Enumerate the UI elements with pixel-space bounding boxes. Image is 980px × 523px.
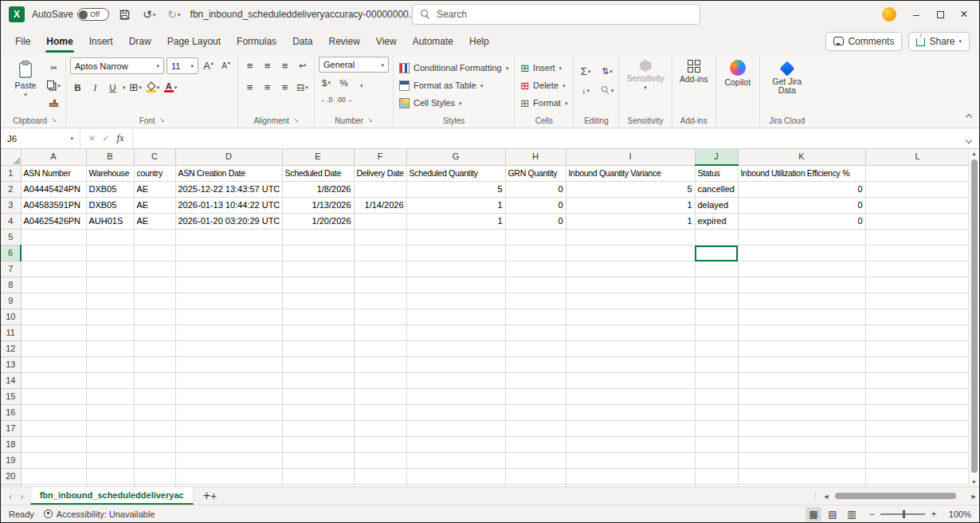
column-header-C[interactable]: C xyxy=(134,149,175,165)
align-center-button[interactable] xyxy=(260,80,275,96)
cell-E9[interactable] xyxy=(282,293,354,309)
cell-J18[interactable] xyxy=(695,437,738,453)
column-header-J[interactable]: J xyxy=(695,149,738,165)
cell-D9[interactable] xyxy=(175,293,282,309)
cell-D20[interactable] xyxy=(175,469,282,485)
cell-G2[interactable]: 5 xyxy=(406,182,505,198)
column-header-E[interactable]: E xyxy=(282,149,354,165)
zoom-in-button[interactable] xyxy=(931,509,936,519)
cell-K8[interactable] xyxy=(738,277,865,293)
cell-K12[interactable] xyxy=(738,341,865,357)
cell-A6[interactable] xyxy=(21,246,86,262)
cell-C21[interactable] xyxy=(134,485,175,487)
cell-G19[interactable] xyxy=(406,453,505,469)
cell-A8[interactable] xyxy=(21,277,86,293)
cell-L2[interactable] xyxy=(865,182,970,198)
get-jira-data-button[interactable]: Get Jira Data xyxy=(764,57,810,96)
cell-G5[interactable] xyxy=(406,230,505,246)
cell-C9[interactable] xyxy=(134,293,175,309)
increase-font-button[interactable]: A▴ xyxy=(201,58,216,74)
cell-H15[interactable] xyxy=(505,389,566,405)
insert-cells-button[interactable]: Insert xyxy=(519,60,569,76)
font-name-select[interactable]: Aptos Narrow xyxy=(70,57,164,74)
tab-file[interactable]: File xyxy=(7,28,38,54)
copy-button[interactable] xyxy=(46,77,61,93)
cell-I6[interactable] xyxy=(566,246,695,262)
cell-I19[interactable] xyxy=(566,453,695,469)
zoom-slider-thumb[interactable] xyxy=(903,510,905,518)
cell-B14[interactable] xyxy=(86,373,134,389)
cell-A10[interactable] xyxy=(21,309,86,325)
new-sheet-button[interactable]: + xyxy=(194,487,227,505)
cell-F8[interactable] xyxy=(354,277,406,293)
cell-C11[interactable] xyxy=(134,325,175,341)
cell-L4[interactable] xyxy=(865,214,970,230)
cell-I20[interactable] xyxy=(566,469,695,485)
next-sheet-icon[interactable] xyxy=(20,491,23,501)
cell-G4[interactable]: 1 xyxy=(406,214,505,230)
cell-I10[interactable] xyxy=(566,309,695,325)
currency-format-button[interactable]: $ xyxy=(319,75,334,91)
autosave-switch[interactable]: Off xyxy=(77,8,109,21)
cell-L7[interactable] xyxy=(865,262,970,277)
cell-G9[interactable] xyxy=(406,293,505,309)
row-header-18[interactable]: 18 xyxy=(1,437,21,453)
cell-K20[interactable] xyxy=(738,469,865,485)
column-header-B[interactable]: B xyxy=(86,149,134,165)
cell-B10[interactable] xyxy=(86,309,134,325)
cell-A15[interactable] xyxy=(21,389,86,405)
cell-J16[interactable] xyxy=(695,405,738,421)
cell-E17[interactable] xyxy=(282,421,354,437)
column-header-L[interactable]: L xyxy=(865,149,970,165)
cell-F1[interactable]: Delivery Date xyxy=(354,165,406,182)
cell-F11[interactable] xyxy=(354,325,406,341)
cell-L8[interactable] xyxy=(865,277,970,293)
cell-D21[interactable] xyxy=(175,485,282,487)
cell-A11[interactable] xyxy=(21,325,86,341)
copilot-titlebar-icon[interactable] xyxy=(882,7,896,22)
font-size-select[interactable]: 11 xyxy=(167,57,198,74)
dialog-launcher-icon[interactable] xyxy=(159,117,165,124)
cell-A16[interactable] xyxy=(21,405,86,421)
comma-format-button[interactable]: , xyxy=(354,75,369,91)
share-button[interactable]: Share xyxy=(908,32,970,51)
cell-L13[interactable] xyxy=(865,357,970,373)
tab-home[interactable]: Home xyxy=(38,28,80,54)
cell-H19[interactable] xyxy=(505,453,566,469)
cell-B20[interactable] xyxy=(86,469,134,485)
merge-center-button[interactable] xyxy=(295,80,310,96)
cell-D7[interactable] xyxy=(175,262,282,277)
cell-H12[interactable] xyxy=(505,341,566,357)
cell-D4[interactable]: 2026-01-20 03:20:29 UTC xyxy=(175,214,282,230)
cell-E12[interactable] xyxy=(282,341,354,357)
cell-H5[interactable] xyxy=(505,230,566,246)
tab-view[interactable]: View xyxy=(368,28,405,54)
cell-G11[interactable] xyxy=(406,325,505,341)
cell-H13[interactable] xyxy=(505,357,566,373)
autosave-toggle[interactable]: AutoSave Off xyxy=(32,8,109,21)
cell-D13[interactable] xyxy=(175,357,282,373)
cell-A7[interactable] xyxy=(21,262,86,277)
column-header-D[interactable]: D xyxy=(175,149,282,165)
row-header-12[interactable]: 12 xyxy=(1,341,21,357)
cell-K11[interactable] xyxy=(738,325,865,341)
cell-I1[interactable]: Inbound Quantity Variance xyxy=(566,165,695,182)
cell-D11[interactable] xyxy=(175,325,282,341)
cell-D1[interactable]: ASN Creation Date xyxy=(175,165,282,182)
cell-G14[interactable] xyxy=(406,373,505,389)
cell-L10[interactable] xyxy=(865,309,970,325)
excel-app-icon[interactable]: X xyxy=(9,6,25,22)
cell-J21[interactable] xyxy=(695,485,738,487)
cell-H9[interactable] xyxy=(505,293,566,309)
cell-I7[interactable] xyxy=(566,262,695,277)
cell-I14[interactable] xyxy=(566,373,695,389)
row-header-19[interactable]: 19 xyxy=(1,453,21,469)
cell-K4[interactable]: 0 xyxy=(738,214,865,230)
cell-I13[interactable] xyxy=(566,357,695,373)
cell-J15[interactable] xyxy=(695,389,738,405)
cell-F10[interactable] xyxy=(354,309,406,325)
cell-D14[interactable] xyxy=(175,373,282,389)
row-header-1[interactable]: 1 xyxy=(1,165,21,182)
cell-E15[interactable] xyxy=(282,389,354,405)
maximize-button[interactable] xyxy=(928,2,952,26)
